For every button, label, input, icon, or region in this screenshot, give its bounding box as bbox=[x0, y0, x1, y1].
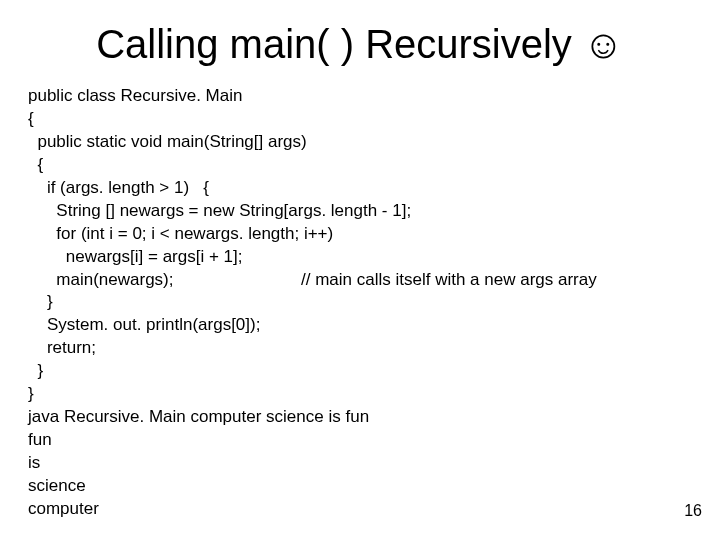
code-line: newargs[i] = args[i + 1]; bbox=[28, 246, 692, 269]
code-line: public static void main(String[] args) bbox=[28, 131, 692, 154]
code-line: java Recursive. Main computer science is… bbox=[28, 406, 692, 429]
code-line: { bbox=[28, 108, 692, 131]
page-number: 16 bbox=[684, 502, 702, 520]
code-line: for (int i = 0; i < newargs. length; i++… bbox=[28, 223, 692, 246]
code-line: science bbox=[28, 475, 692, 498]
code-line: return; bbox=[28, 337, 692, 360]
code-line: main(newargs); // main calls itself with… bbox=[28, 269, 692, 292]
slide-title: Calling main( ) Recursively ☺ bbox=[0, 0, 720, 85]
code-line: } bbox=[28, 360, 692, 383]
title-text: Calling main( ) Recursively bbox=[96, 22, 583, 66]
code-line: fun bbox=[28, 429, 692, 452]
code-line: public class Recursive. Main bbox=[28, 85, 692, 108]
code-line: System. out. println(args[0]); bbox=[28, 314, 692, 337]
code-block: public class Recursive. Main{ public sta… bbox=[0, 85, 720, 521]
slide: Calling main( ) Recursively ☺ public cla… bbox=[0, 0, 720, 540]
code-line: if (args. length > 1) { bbox=[28, 177, 692, 200]
code-line: is bbox=[28, 452, 692, 475]
code-line: computer bbox=[28, 498, 692, 521]
code-line: String [] newargs = new String[args. len… bbox=[28, 200, 692, 223]
code-line: } bbox=[28, 291, 692, 314]
code-line: { bbox=[28, 154, 692, 177]
code-line: } bbox=[28, 383, 692, 406]
smiley-icon: ☺ bbox=[583, 22, 624, 66]
